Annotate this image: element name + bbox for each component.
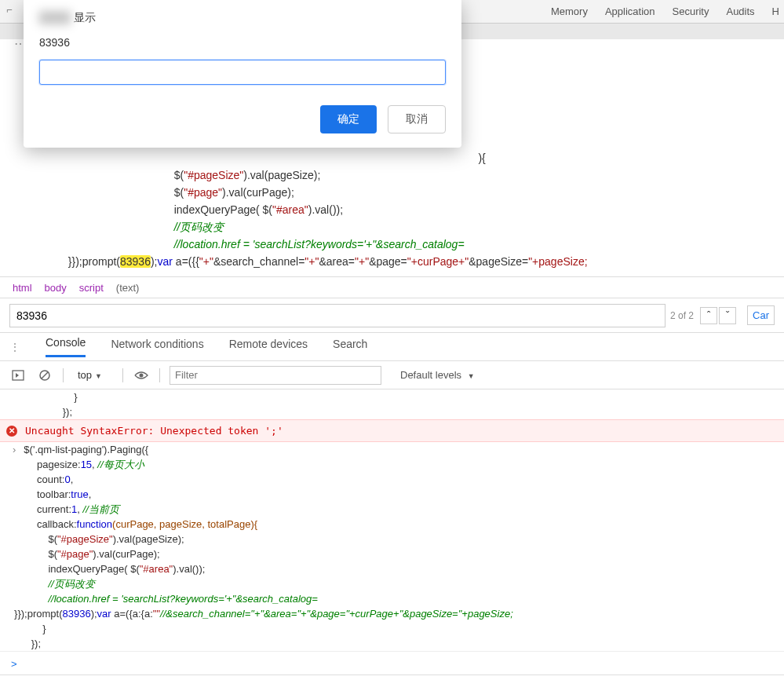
console-line: }: [0, 389, 784, 404]
find-cancel-button[interactable]: Car: [747, 305, 775, 325]
separator: [122, 368, 123, 382]
separator: [63, 368, 64, 382]
error-icon: ✕: [6, 426, 17, 437]
tab-application[interactable]: Application: [605, 5, 655, 17]
dialog-buttons: 确定 取消: [39, 105, 446, 133]
separator: [159, 368, 160, 382]
crumb-script[interactable]: script: [79, 282, 104, 294]
chevron-down-icon: ˇ: [726, 309, 729, 321]
chevron-right-icon[interactable]: ›: [0, 442, 24, 457]
filter-input[interactable]: [170, 366, 381, 385]
console-line: });: [0, 404, 784, 419]
prompt-dialog: ████显示 83936 确定 取消: [24, 0, 461, 148]
crumb-text[interactable]: (text): [116, 282, 140, 294]
find-prev-button[interactable]: ˆ: [700, 307, 717, 324]
eye-icon[interactable]: [133, 367, 150, 384]
tab-audits[interactable]: Audits: [726, 5, 754, 17]
error-text: Uncaught SyntaxError: Unexpected token '…: [25, 423, 283, 438]
chevron-down-icon: ▼: [95, 372, 102, 380]
context-selector[interactable]: top▼: [73, 367, 113, 383]
svg-line-2: [42, 372, 48, 378]
chevron-down-icon: ▼: [468, 372, 475, 380]
device-icon: ⌐: [6, 4, 13, 16]
dialog-title: ████显示: [39, 11, 446, 25]
tab-network-conditions[interactable]: Network conditions: [111, 338, 203, 356]
console-line: ›$('.qm-list-paging').Paging({ pagesize:…: [0, 442, 784, 651]
console-output[interactable]: } });✕Uncaught SyntaxError: Unexpected t…: [0, 389, 784, 675]
toggle-console-icon[interactable]: [9, 367, 27, 384]
crumb-body[interactable]: body: [45, 282, 67, 294]
svg-point-3: [140, 373, 144, 377]
find-bar: 2 of 2 ˆ ˇ Car: [0, 298, 784, 333]
find-input[interactable]: [9, 304, 665, 327]
crumb-html[interactable]: html: [13, 282, 32, 294]
tab-security[interactable]: Security: [673, 5, 709, 17]
tab-remote-devices[interactable]: Remote devices: [229, 338, 308, 356]
console-error[interactable]: ✕Uncaught SyntaxError: Unexpected token …: [0, 419, 784, 442]
chevron-up-icon: ˆ: [707, 309, 710, 321]
cancel-button[interactable]: 取消: [388, 105, 446, 133]
source-code[interactable]: ){ $("#pageSize").val(pageSize); $("#pag…: [0, 149, 784, 275]
tab-search[interactable]: Search: [333, 338, 367, 356]
log-levels-selector[interactable]: Default levels ▼: [400, 369, 475, 381]
find-count: 2 of 2: [670, 310, 694, 321]
breadcrumb: html body script (text): [0, 276, 784, 298]
console-toolbar: top▼ Default levels ▼: [0, 361, 784, 389]
drawer-tabs: ⋮ Console Network conditions Remote devi…: [0, 333, 784, 361]
dialog-message: 83936: [39, 36, 446, 49]
dialog-input[interactable]: [39, 60, 446, 85]
tab-console[interactable]: Console: [46, 336, 86, 357]
tab-memory[interactable]: Memory: [551, 5, 588, 17]
clear-console-icon[interactable]: [36, 367, 53, 384]
find-next-button[interactable]: ˇ: [719, 307, 736, 324]
drawer-more-icon[interactable]: ⋮: [9, 341, 20, 353]
ok-button[interactable]: 确定: [320, 105, 377, 133]
tab-more[interactable]: H: [772, 5, 779, 17]
console-prompt[interactable]: >: [0, 651, 784, 675]
